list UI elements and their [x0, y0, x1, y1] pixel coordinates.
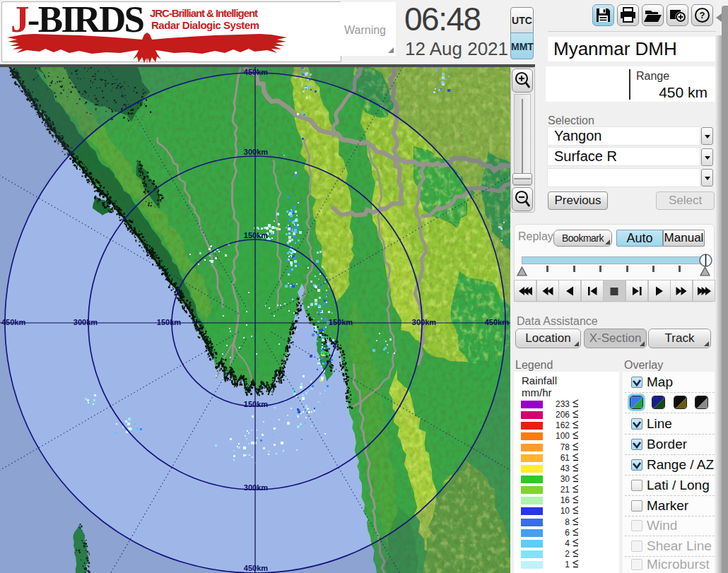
svg-text:150km: 150km — [157, 318, 181, 326]
svg-text:150km: 150km — [244, 400, 268, 408]
svg-text:150km: 150km — [329, 318, 353, 326]
svg-text:150km: 150km — [244, 231, 268, 240]
svg-text:300km: 300km — [244, 148, 268, 156]
svg-text:300km: 300km — [244, 483, 268, 492]
svg-text:450km: 450km — [1, 318, 25, 326]
svg-text:JRC-Brilliant & Intelligent: JRC-Brilliant & Intelligent — [150, 7, 258, 19]
svg-text:450km: 450km — [244, 68, 268, 76]
svg-text:?: ? — [700, 10, 705, 20]
svg-text:450km: 450km — [244, 564, 268, 572]
svg-text:Radar Dialogic System: Radar Dialogic System — [151, 19, 259, 31]
svg-text:450km: 450km — [485, 318, 509, 326]
svg-text:300km: 300km — [412, 318, 436, 326]
svg-text:300km: 300km — [74, 318, 98, 326]
